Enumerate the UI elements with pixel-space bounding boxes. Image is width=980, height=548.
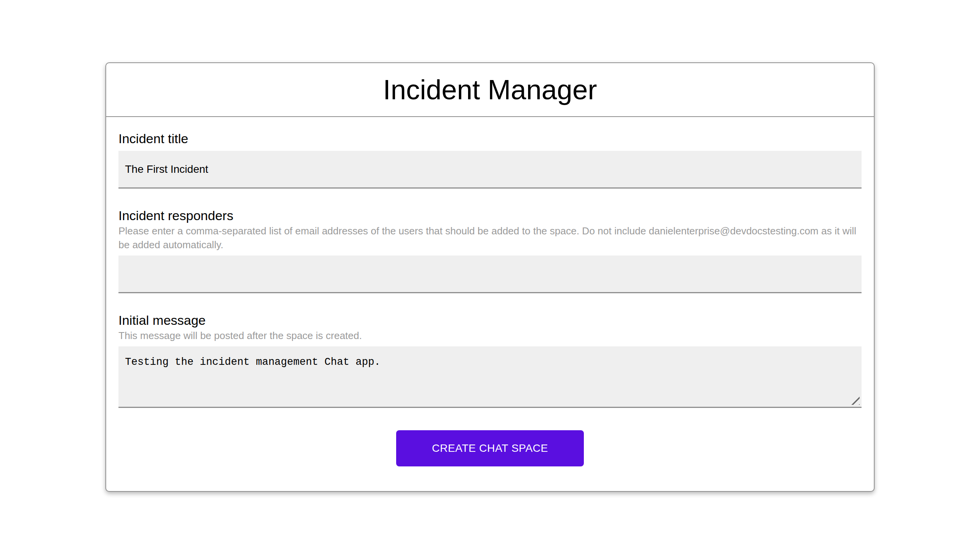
- create-chat-space-button[interactable]: CREATE CHAT SPACE: [396, 430, 584, 466]
- actions-row: CREATE CHAT SPACE: [118, 430, 862, 466]
- page-title: Incident Manager: [383, 74, 597, 105]
- incident-manager-card: Incident Manager Incident title Incident…: [105, 62, 875, 492]
- card-header: Incident Manager: [106, 63, 874, 117]
- incident-title-label: Incident title: [118, 131, 862, 146]
- initial-message-textarea-wrap: Testing the incident management Chat app…: [118, 346, 862, 408]
- initial-message-label: Initial message: [118, 312, 862, 328]
- incident-responders-helper: Please enter a comma-separated list of e…: [118, 224, 862, 252]
- field-incident-title: Incident title: [118, 131, 862, 189]
- field-incident-responders: Incident responders Please enter a comma…: [118, 208, 862, 293]
- card-body: Incident title Incident responders Pleas…: [106, 117, 874, 491]
- field-initial-message: Initial message This message will be pos…: [118, 312, 862, 408]
- incident-title-input[interactable]: [118, 151, 862, 189]
- page: Incident Manager Incident title Incident…: [0, 0, 980, 548]
- incident-responders-input[interactable]: [118, 256, 862, 293]
- initial-message-textarea[interactable]: Testing the incident management Chat app…: [118, 346, 862, 408]
- incident-responders-label: Incident responders: [118, 208, 862, 223]
- initial-message-helper: This message will be posted after the sp…: [118, 329, 862, 342]
